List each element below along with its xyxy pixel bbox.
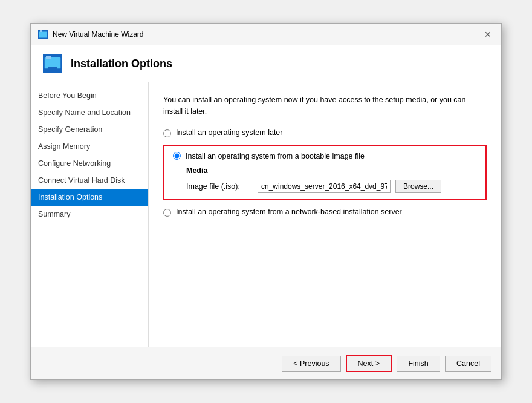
sidebar-item-configure-networking[interactable]: Configure Networking xyxy=(31,155,148,172)
wizard-icon xyxy=(38,30,48,39)
svg-rect-1 xyxy=(40,30,42,32)
option-network-row: Install an operating system from a netwo… xyxy=(163,208,487,217)
sidebar: Before You Begin Specify Name and Locati… xyxy=(31,82,149,347)
title-bar-text: New Virtual Machine Wizard xyxy=(53,30,144,39)
next-button[interactable]: Next > xyxy=(346,355,392,372)
svg-rect-3 xyxy=(46,56,51,59)
sidebar-item-summary[interactable]: Summary xyxy=(31,206,148,223)
svg-rect-0 xyxy=(39,31,47,38)
new-vm-wizard-dialog: New Virtual Machine Wizard ✕ Installatio… xyxy=(30,23,502,380)
description-text: You can install an operating system now … xyxy=(163,94,487,117)
image-file-input[interactable] xyxy=(258,180,391,193)
label-bootable-image[interactable]: Install an operating system from a boota… xyxy=(186,152,365,160)
svg-rect-5 xyxy=(45,70,60,71)
label-network-install[interactable]: Install an operating system from a netwo… xyxy=(176,208,402,216)
sidebar-item-specify-generation[interactable]: Specify Generation xyxy=(31,121,148,138)
option-install-later-row: Install an operating system later xyxy=(163,128,487,137)
previous-button[interactable]: < Previous xyxy=(282,356,340,372)
bootable-image-section: Install an operating system from a boota… xyxy=(163,145,487,200)
page-title: Installation Options xyxy=(71,57,172,70)
sidebar-item-installation-options[interactable]: Installation Options xyxy=(31,189,148,206)
content-area: You can install an operating system now … xyxy=(149,82,501,347)
footer: < Previous Next > Finish Cancel xyxy=(31,347,501,379)
image-file-row: Image file (.iso): Browse... xyxy=(186,180,477,193)
sidebar-item-specify-name[interactable]: Specify Name and Location xyxy=(31,104,148,121)
finish-button[interactable]: Finish xyxy=(397,356,440,372)
title-bar-left: New Virtual Machine Wizard xyxy=(38,30,144,39)
image-file-label: Image file (.iso): xyxy=(186,182,253,191)
svg-rect-4 xyxy=(48,67,57,70)
sidebar-item-assign-memory[interactable]: Assign Memory xyxy=(31,138,148,155)
main-content: Before You Begin Specify Name and Locati… xyxy=(31,82,501,347)
close-button[interactable]: ✕ xyxy=(482,28,494,41)
label-install-later[interactable]: Install an operating system later xyxy=(176,128,282,137)
header-section: Installation Options xyxy=(31,45,501,82)
title-bar: New Virtual Machine Wizard ✕ xyxy=(31,24,501,45)
radio-network-install[interactable] xyxy=(163,209,171,217)
sidebar-item-before-you-begin[interactable]: Before You Begin xyxy=(31,87,148,104)
sidebar-item-connect-vhd[interactable]: Connect Virtual Hard Disk xyxy=(31,172,148,189)
media-label: Media xyxy=(186,166,477,175)
cancel-button[interactable]: Cancel xyxy=(445,356,491,372)
bootable-header: Install an operating system from a boota… xyxy=(173,152,477,160)
header-icon xyxy=(43,54,62,73)
radio-bootable-image[interactable] xyxy=(173,152,181,160)
radio-install-later[interactable] xyxy=(163,129,171,137)
browse-button[interactable]: Browse... xyxy=(395,180,441,193)
